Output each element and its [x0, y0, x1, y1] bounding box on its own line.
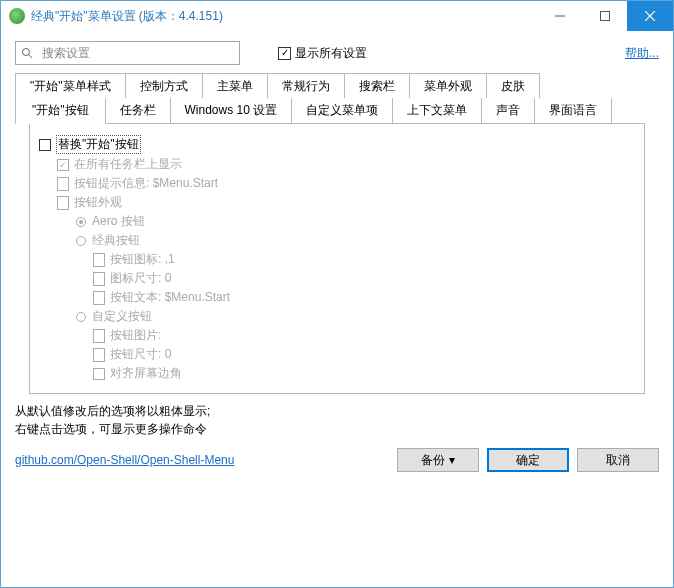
tree-item-label: 按钮文本: $Menu.Start [110, 289, 230, 306]
tree-item-label: 对齐屏幕边角 [110, 365, 182, 382]
tree-item: 自定义按钮 [38, 307, 636, 326]
ok-button[interactable]: 确定 [487, 448, 569, 472]
document-icon [92, 291, 106, 305]
toolbar: ✓ 显示所有设置 帮助... [1, 31, 673, 73]
radio-icon [74, 215, 88, 229]
document-icon [92, 272, 106, 286]
tab[interactable]: 控制方式 [125, 73, 203, 99]
minimize-button[interactable] [537, 1, 582, 31]
tree-item: 按钮提示信息: $Menu.Start [38, 174, 636, 193]
tab[interactable]: "开始"按钮 [15, 98, 106, 124]
window-controls [537, 1, 673, 31]
tree-item-label: 按钮提示信息: $Menu.Start [74, 175, 218, 192]
tab[interactable]: 界面语言 [534, 98, 612, 123]
svg-rect-1 [600, 12, 609, 21]
radio-icon [74, 234, 88, 248]
hint-line-2: 右键点击选项，可显示更多操作命令 [15, 420, 659, 438]
tab[interactable]: 任务栏 [105, 98, 171, 123]
tree-item-label: 经典按钮 [92, 232, 140, 249]
document-icon [92, 329, 106, 343]
checkbox-icon: ✓ [56, 158, 70, 172]
radio-icon [74, 310, 88, 324]
show-all-label: 显示所有设置 [295, 45, 367, 62]
tree-item-label: 替换"开始"按钮 [56, 135, 141, 154]
tree-item: 按钮文本: $Menu.Start [38, 288, 636, 307]
tab[interactable]: 搜索栏 [344, 73, 410, 99]
tree-item-label: Aero 按钮 [92, 213, 145, 230]
document-icon [56, 196, 70, 210]
tree-item-label: 自定义按钮 [92, 308, 152, 325]
tab[interactable]: 菜单外观 [409, 73, 487, 99]
tab[interactable]: "开始"菜单样式 [15, 73, 126, 99]
app-icon [9, 8, 25, 24]
tab[interactable]: 自定义菜单项 [291, 98, 393, 123]
tree-item: 按钮图标: ,1 [38, 250, 636, 269]
cancel-button[interactable]: 取消 [577, 448, 659, 472]
help-link[interactable]: 帮助... [625, 45, 659, 62]
tab-row-2: "开始"按钮任务栏Windows 10 设置自定义菜单项上下文菜单声音界面语言 [15, 98, 659, 123]
tab[interactable]: 声音 [481, 98, 535, 123]
search-input[interactable] [38, 46, 239, 60]
footer: github.com/Open-Shell/Open-Shell-Menu 备份… [1, 440, 673, 482]
tree-item-label: 按钮外观 [74, 194, 122, 211]
search-icon [16, 47, 38, 59]
svg-point-4 [23, 49, 30, 56]
window-title: 经典"开始"菜单设置 (版本：4.4.151) [31, 8, 537, 25]
tab[interactable]: 上下文菜单 [392, 98, 482, 123]
project-link[interactable]: github.com/Open-Shell/Open-Shell-Menu [15, 453, 234, 467]
tree-item: 经典按钮 [38, 231, 636, 250]
hints: 从默认值修改后的选项将以粗体显示; 右键点击选项，可显示更多操作命令 [1, 394, 673, 440]
document-icon [92, 253, 106, 267]
settings-window: 经典"开始"菜单设置 (版本：4.4.151) ✓ 显示所有设置 帮助... "… [0, 0, 674, 588]
tab[interactable]: 主菜单 [202, 73, 268, 99]
tab[interactable]: 常规行为 [267, 73, 345, 99]
tree-item: 按钮尺寸: 0 [38, 345, 636, 364]
tree-item: ✓在所有任务栏上显示 [38, 155, 636, 174]
tree-item: Aero 按钮 [38, 212, 636, 231]
checkbox-icon [92, 367, 106, 381]
close-button[interactable] [627, 1, 673, 31]
maximize-button[interactable] [582, 1, 627, 31]
backup-button[interactable]: 备份 ▾ [397, 448, 479, 472]
tree-item-label: 按钮尺寸: 0 [110, 346, 171, 363]
tree-item: 对齐屏幕边角 [38, 364, 636, 383]
document-icon [92, 348, 106, 362]
settings-tree: 替换"开始"按钮✓在所有任务栏上显示按钮提示信息: $Menu.Start按钮外… [29, 123, 645, 394]
tab[interactable]: 皮肤 [486, 73, 540, 99]
tree-item-label: 按钮图标: ,1 [110, 251, 175, 268]
search-box[interactable] [15, 41, 240, 65]
tree-item-label: 按钮图片: [110, 327, 161, 344]
show-all-checkbox[interactable]: ✓ 显示所有设置 [278, 45, 367, 62]
tab[interactable]: Windows 10 设置 [170, 98, 293, 123]
tree-item: 图标尺寸: 0 [38, 269, 636, 288]
hint-line-1: 从默认值修改后的选项将以粗体显示; [15, 402, 659, 420]
tree-item-label: 图标尺寸: 0 [110, 270, 171, 287]
tab-row-1: "开始"菜单样式控制方式主菜单常规行为搜索栏菜单外观皮肤 [15, 73, 659, 99]
tree-item: 按钮图片: [38, 326, 636, 345]
tabs-container: "开始"菜单样式控制方式主菜单常规行为搜索栏菜单外观皮肤 "开始"按钮任务栏Wi… [1, 73, 673, 394]
tree-item: 按钮外观 [38, 193, 636, 212]
document-icon [56, 177, 70, 191]
tree-item[interactable]: 替换"开始"按钮 [38, 134, 636, 155]
tree-item-label: 在所有任务栏上显示 [74, 156, 182, 173]
titlebar: 经典"开始"菜单设置 (版本：4.4.151) [1, 1, 673, 31]
checkbox-icon [38, 138, 52, 152]
svg-line-5 [29, 55, 32, 58]
checkbox-icon: ✓ [278, 47, 291, 60]
